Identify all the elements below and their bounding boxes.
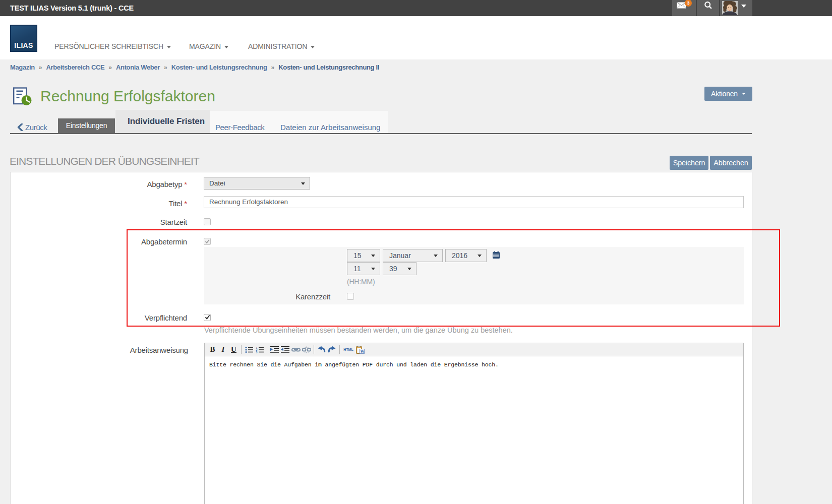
svg-text:3: 3	[256, 351, 257, 353]
svg-text:W: W	[361, 349, 365, 354]
